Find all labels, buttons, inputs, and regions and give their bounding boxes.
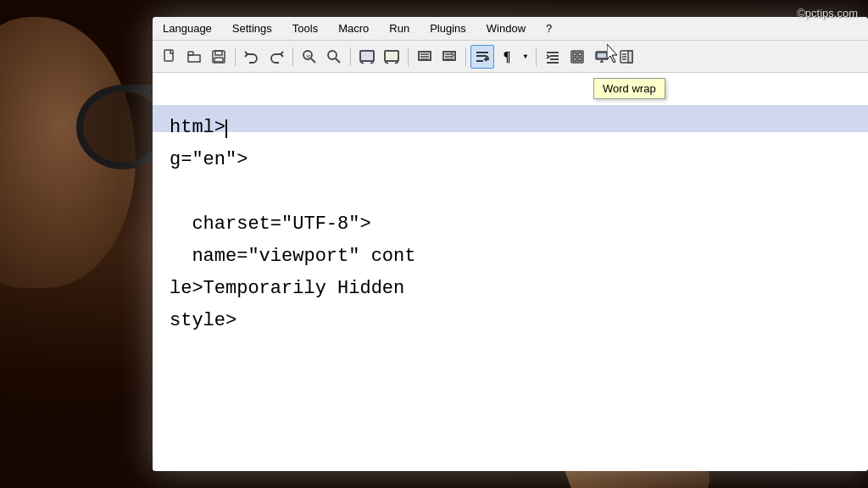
code-line-8: style> [170,305,851,337]
code-line-4 [170,176,851,208]
separator-4 [408,47,409,66]
editor-screen: Language Settings Tools Macro Run Plugin… [153,17,868,471]
menu-settings[interactable]: Settings [229,20,275,36]
sync-scroll-2-button[interactable] [437,45,461,69]
menu-language[interactable]: Language [159,20,215,36]
menu-run[interactable]: Run [386,20,413,36]
toolbar: ab [153,41,868,73]
svg-rect-3 [215,51,222,55]
wrap-toolbar-group: ¶ ▼ [470,45,531,69]
svg-line-6 [311,58,315,63]
svg-text:ab: ab [306,54,311,59]
svg-line-13 [370,62,374,64]
redo-button[interactable] [264,45,288,69]
zoom-in-button[interactable] [355,45,379,69]
zoom-out-button[interactable] [380,45,403,69]
code-line-6: name="viewport" cont [170,241,851,273]
separator-6 [536,47,537,66]
code-line-7: le>Temporarily Hidden [170,273,851,305]
separator-1 [235,47,236,66]
svg-line-9 [336,58,340,63]
menu-tools[interactable]: Tools [289,20,321,36]
dropdown-arrow-icon: ▼ [524,53,528,60]
new-button[interactable] [158,45,181,69]
svg-rect-10 [360,51,374,61]
svg-rect-0 [164,50,173,61]
menu-macro[interactable]: Macro [335,20,372,36]
file-toolbar-group [158,45,231,69]
svg-marker-49 [607,44,617,63]
svg-line-16 [385,62,388,64]
save-button[interactable] [207,45,231,69]
separator-3 [350,47,351,66]
code-content: html> g="en"> charset="UTF-8"> name="vie… [153,73,868,344]
word-wrap-button[interactable] [470,45,494,69]
menu-bar: Language Settings Tools Macro Run Plugin… [153,17,868,41]
menu-help[interactable]: ? [542,20,555,36]
watermark: ©pctips.com [797,7,858,19]
svg-rect-43 [597,53,607,58]
find-replace-button[interactable] [322,45,346,69]
code-line-1 [170,80,851,112]
wrap-dropdown-button[interactable]: ▼ [520,45,531,69]
menu-window[interactable]: Window [483,20,529,36]
menu-plugins[interactable]: Plugins [426,20,470,36]
svg-point-8 [328,51,337,59]
show-all-chars-button[interactable]: ¶ [495,45,519,69]
code-line-5: charset="UTF-8"> [170,208,851,241]
svg-rect-39 [578,58,581,61]
search-toolbar-group: ab [298,45,346,69]
separator-2 [292,47,293,66]
sync-toolbar-group [413,45,461,69]
code-line-3: g="en"> [170,144,851,176]
open-button[interactable] [182,45,206,69]
svg-rect-4 [214,58,223,62]
svg-rect-38 [573,58,576,61]
word-wrap-tooltip: Word wrap [593,78,665,99]
svg-line-12 [360,62,364,64]
code-line-2: html> [170,112,851,144]
edit-toolbar-group [240,45,288,69]
svg-rect-37 [578,53,581,56]
sync-scroll-1-button[interactable] [413,45,437,69]
undo-button[interactable] [240,45,264,69]
thumbnail-button[interactable] [565,45,589,69]
indent-button[interactable] [541,45,565,69]
svg-rect-36 [573,53,576,56]
find-button[interactable]: ab [298,45,321,69]
svg-line-17 [395,62,398,64]
code-editor[interactable]: html> g="en"> charset="UTF-8"> name="vie… [153,73,868,471]
separator-5 [465,47,466,66]
pilcrow-icon: ¶ [504,49,511,64]
svg-rect-14 [385,51,398,61]
svg-rect-45 [628,51,632,63]
view-toolbar-group [355,45,403,69]
extra-toolbar-group [541,45,638,69]
